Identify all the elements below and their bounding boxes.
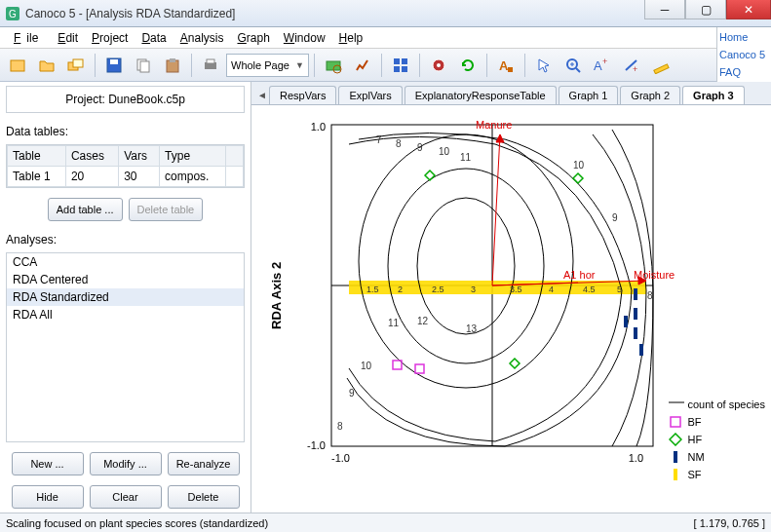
- zoom-area-icon[interactable]: [320, 52, 347, 79]
- svg-rect-4: [73, 59, 83, 67]
- tab-explresp[interactable]: ExplanatoryResponseTable: [405, 86, 557, 104]
- data-tables-grid[interactable]: Table Cases Vars Type Table 1 20 30 comp…: [6, 144, 245, 188]
- menu-data[interactable]: Data: [135, 29, 172, 47]
- link-faq[interactable]: FAQ: [719, 66, 769, 78]
- tab-explvars[interactable]: ExplVars: [338, 86, 402, 104]
- status-text: Scaling focused on plant species scores …: [6, 517, 268, 529]
- legend-nm-icon: [669, 450, 682, 464]
- list-item[interactable]: RDA Centered: [7, 271, 244, 288]
- close-button[interactable]: ✕: [726, 0, 771, 19]
- tab-scroll-left[interactable]: ◄: [255, 85, 269, 104]
- tab-graph1[interactable]: Graph 1: [559, 86, 619, 104]
- legend-bf-icon: [669, 415, 682, 429]
- svg-point-38: [359, 134, 573, 388]
- folder-group-icon[interactable]: [62, 52, 90, 79]
- add-table-button[interactable]: Add table ...: [48, 198, 123, 221]
- svg-point-20: [437, 63, 441, 67]
- reanalyze-button[interactable]: Re-analyze: [168, 452, 240, 475]
- copy-icon[interactable]: [130, 52, 157, 79]
- hide-button[interactable]: Hide: [12, 485, 84, 509]
- new-project-icon[interactable]: [4, 52, 31, 79]
- legend: count of species BF HF NM SF: [669, 398, 766, 485]
- print-icon[interactable]: [197, 52, 224, 79]
- svg-rect-16: [402, 58, 407, 64]
- svg-text:+: +: [633, 64, 637, 74]
- vector-label-manure: Manure: [476, 119, 512, 131]
- tab-graph3[interactable]: Graph 3: [682, 86, 745, 104]
- menu-project[interactable]: Project: [86, 29, 134, 47]
- menu-file[interactable]: File: [8, 29, 50, 47]
- new-analysis-button[interactable]: New ...: [12, 452, 84, 475]
- app-icon: G: [4, 5, 21, 22]
- zoom-in-icon[interactable]: [559, 52, 587, 79]
- svg-line-24: [576, 68, 580, 72]
- window-title: Canoco 5 - [Analysis RDA Standardized]: [25, 7, 235, 20]
- toolbar: Whole Page▼ A A+ +: [0, 49, 771, 82]
- svg-rect-31: [654, 63, 669, 73]
- modify-button[interactable]: Modify ...: [90, 452, 162, 475]
- refresh-icon[interactable]: [454, 52, 482, 79]
- menu-graph[interactable]: Graph: [231, 29, 275, 47]
- menu-analysis[interactable]: Analysis: [174, 29, 230, 47]
- legend-hf-icon: [669, 433, 682, 446]
- svg-rect-57: [674, 451, 677, 463]
- svg-rect-2: [11, 60, 24, 71]
- tab-graph2[interactable]: Graph 2: [620, 86, 680, 104]
- minimize-button[interactable]: ─: [644, 0, 685, 19]
- open-icon[interactable]: [33, 52, 60, 79]
- font-increase-icon[interactable]: A+: [589, 52, 616, 79]
- analyses-list[interactable]: CCA RDA Centered RDA Standardized RDA Al…: [6, 252, 245, 442]
- svg-rect-49: [624, 316, 628, 327]
- grid-icon[interactable]: [387, 52, 414, 79]
- svg-text:+: +: [602, 57, 607, 66]
- ruler-icon[interactable]: [647, 52, 675, 79]
- menu-help[interactable]: Help: [333, 29, 369, 47]
- vector-label-moisture: Moisture: [634, 269, 675, 281]
- list-item[interactable]: CCA: [7, 253, 244, 271]
- svg-rect-46: [634, 288, 637, 300]
- status-coords: [ 1.179, 0.765 ]: [694, 517, 765, 529]
- link-home[interactable]: Home: [719, 31, 769, 43]
- pointer-icon[interactable]: [530, 52, 558, 79]
- svg-rect-58: [674, 469, 677, 480]
- menu-window[interactable]: Window: [278, 29, 331, 47]
- svg-text:A: A: [499, 58, 509, 73]
- legend-sf-icon: [669, 468, 682, 481]
- svg-rect-56: [671, 417, 680, 427]
- svg-rect-17: [394, 66, 400, 72]
- line-add-icon[interactable]: +: [618, 52, 645, 79]
- status-bar: Scaling focused on plant species scores …: [0, 513, 771, 532]
- target-icon[interactable]: [425, 52, 452, 79]
- list-item[interactable]: RDA Standardized: [7, 288, 244, 306]
- clear-button[interactable]: Clear: [90, 485, 162, 509]
- svg-text:1.0: 1.0: [629, 452, 643, 464]
- menu-bar: File Edit Project Data Analysis Graph Wi…: [0, 27, 771, 49]
- svg-text:-1.0: -1.0: [307, 439, 326, 451]
- svg-rect-22: [508, 67, 513, 72]
- svg-rect-10: [170, 58, 175, 62]
- analyses-heading: Analyses:: [6, 233, 245, 247]
- text-style-icon[interactable]: A: [492, 52, 520, 79]
- link-canoco[interactable]: Canoco 5: [719, 49, 769, 60]
- save-icon[interactable]: [100, 52, 128, 79]
- svg-rect-48: [634, 327, 637, 339]
- list-item[interactable]: RDA All: [7, 306, 244, 323]
- svg-rect-15: [394, 58, 400, 64]
- project-label: Project: DuneBook.c5p: [6, 86, 245, 113]
- graph-canvas[interactable]: 1.0 -1.0 -1.0 1.0 RDA Axis 1 RDA Axis 2 …: [251, 105, 771, 513]
- svg-text:1.0: 1.0: [311, 121, 326, 133]
- svg-rect-6: [110, 59, 118, 64]
- table-row[interactable]: Table 1 20 30 compos.: [8, 167, 244, 187]
- paste-icon[interactable]: [159, 52, 186, 79]
- vector-label-a1hor: A1 hor: [563, 269, 595, 281]
- tab-respvars[interactable]: RespVars: [269, 86, 336, 104]
- delete-button[interactable]: Delete: [168, 485, 240, 509]
- svg-rect-35: [349, 281, 646, 294]
- zoom-select[interactable]: Whole Page▼: [226, 54, 309, 77]
- data-tables-heading: Data tables:: [6, 125, 245, 138]
- zoom-graph-icon[interactable]: [349, 52, 376, 79]
- menu-edit[interactable]: Edit: [52, 29, 84, 47]
- legend-line-icon: [669, 398, 682, 411]
- maximize-button[interactable]: ▢: [685, 0, 726, 19]
- svg-point-36: [417, 198, 515, 334]
